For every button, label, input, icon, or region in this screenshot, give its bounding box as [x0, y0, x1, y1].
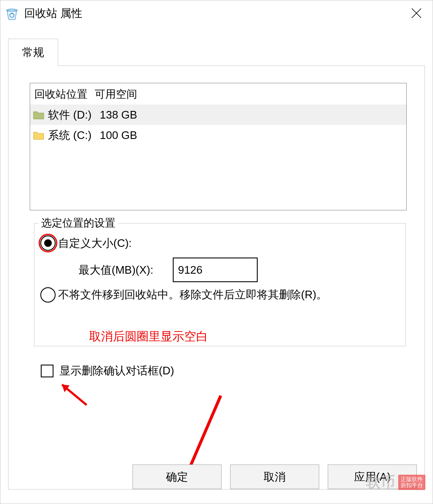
location-rows: 软件 (D:) 138 GB 系统 (C:) 100 GB — [30, 105, 406, 145]
group-title: 选定位置的设置 — [39, 216, 118, 230]
col-location: 回收站位置 — [34, 88, 87, 100]
tab-general[interactable]: 常规 — [8, 39, 58, 66]
recycle-bin-icon — [4, 5, 20, 21]
folder-icon — [32, 110, 45, 119]
window-title: 回收站 属性 — [24, 6, 82, 21]
radio-custom-size-label: 自定义大小(C): — [58, 236, 132, 251]
tab-area: 常规 回收站位置 可用空间 软件 (D:) 138 GB — [0, 26, 433, 504]
tab-strip: 常规 — [8, 39, 425, 66]
ok-button[interactable]: 确定 — [132, 464, 222, 489]
close-button[interactable] — [404, 0, 429, 26]
annotation-text: 取消后圆圈里显示空白 — [89, 328, 208, 345]
tab-label: 常规 — [22, 46, 44, 59]
max-size-label: 最大值(MB)(X): — [79, 263, 153, 277]
checkbox-icon — [41, 365, 53, 377]
col-space: 可用空间 — [95, 88, 137, 100]
annotation-arrow-small — [61, 382, 99, 409]
cancel-label: 取消 — [264, 470, 286, 484]
location-space: 138 GB — [97, 108, 137, 122]
location-space: 100 GB — [97, 129, 137, 142]
ok-label: 确定 — [166, 470, 188, 484]
location-row[interactable]: 系统 (C:) 100 GB — [30, 125, 406, 145]
close-icon — [411, 8, 422, 19]
location-name: 系统 (C:) — [48, 128, 97, 143]
watermark-text: 软币 — [366, 473, 396, 492]
radio-button-icon — [40, 235, 56, 251]
folder-icon — [32, 130, 45, 140]
radio-dont-move[interactable]: 不将文件移到回收站中。移除文件后立即将其删除(R)。 — [40, 287, 399, 303]
max-size-row: 最大值(MB)(X): — [79, 258, 258, 282]
watermark: 软币 正版软件 折扣平台 — [366, 473, 425, 492]
radio-button-icon — [40, 287, 56, 303]
location-name: 软件 (D:) — [48, 108, 97, 122]
radio-custom-size[interactable]: 自定义大小(C): — [40, 235, 132, 251]
location-header: 回收站位置 可用空间 — [30, 83, 406, 105]
watermark-badge: 正版软件 折扣平台 — [398, 475, 425, 490]
dialog-window: 回收站 属性 常规 回收站位置 可用空间 — [0, 0, 433, 504]
tab-body: 回收站位置 可用空间 软件 (D:) 138 GB — [8, 65, 425, 490]
settings-group: 选定位置的设置 自定义大小(C): 最大值(MB)(X): — [34, 223, 406, 346]
titlebar: 回收站 属性 — [0, 0, 433, 26]
checkbox-confirm-delete[interactable]: 显示删除确认对话框(D) — [41, 363, 174, 378]
radio-dont-move-label: 不将文件移到回收站中。移除文件后立即将其删除(R)。 — [58, 287, 327, 302]
checkbox-label: 显示删除确认对话框(D) — [59, 363, 174, 378]
cancel-button[interactable]: 取消 — [230, 464, 319, 489]
max-size-input[interactable] — [173, 258, 258, 282]
location-list[interactable]: 回收站位置 可用空间 软件 (D:) 138 GB — [30, 83, 407, 210]
location-row[interactable]: 软件 (D:) 138 GB — [30, 105, 406, 125]
